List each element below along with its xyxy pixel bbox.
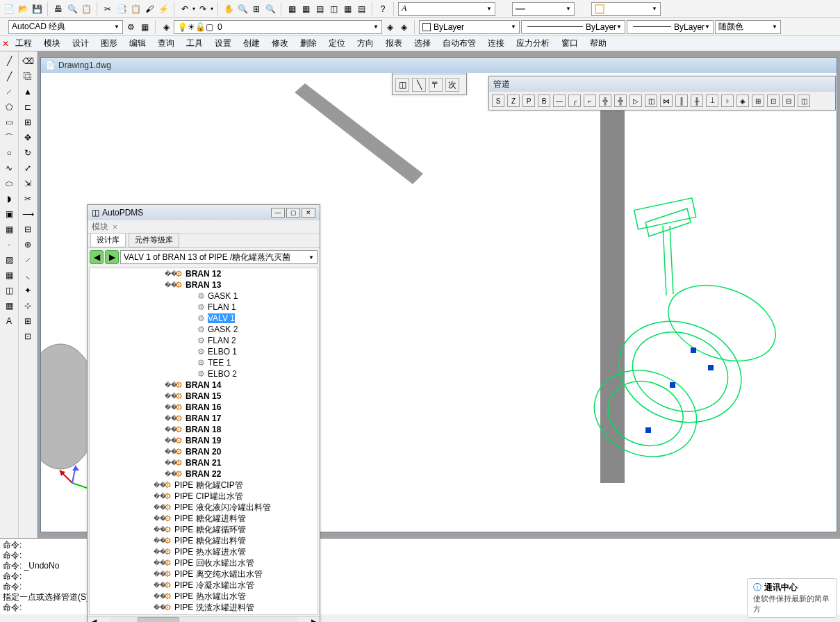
tree-expand-icon[interactable]: ��	[165, 426, 173, 433]
spline-tool-icon[interactable]: ∿	[2, 161, 16, 175]
open-icon[interactable]: 📂	[17, 3, 29, 15]
menu-自动布管[interactable]: 自动布管	[437, 36, 481, 51]
menu-报表[interactable]: 报表	[380, 36, 408, 51]
tree-row[interactable]: ��⚙BRAN 15	[90, 391, 318, 402]
table-icon[interactable]: ▦	[2, 299, 16, 313]
rect-tool-icon[interactable]: ▭	[2, 115, 16, 129]
cline-tool-icon[interactable]: ╱	[2, 69, 16, 83]
workspace-dropdown[interactable]: AutoCAD 经典 ▼	[8, 20, 123, 34]
tree-row[interactable]: ��⚙BRAN 12	[90, 268, 318, 279]
zoom-icon[interactable]: 🔍	[236, 3, 249, 15]
pipe-tool-13[interactable]: ⊞	[752, 95, 764, 107]
zoom-window-icon[interactable]: ⊞	[250, 3, 263, 15]
tree-expand-icon[interactable]: ��	[165, 382, 173, 388]
tree-row[interactable]: ⚙FLAN 1	[90, 302, 318, 313]
tree-row[interactable]: ��⚙BRAN 18	[90, 424, 318, 435]
tree-row[interactable]: ��⚙PIPE 离交纯水罐出水管	[90, 568, 318, 580]
props-icon[interactable]: ▦	[286, 3, 298, 15]
rotate-icon[interactable]: ↻	[21, 146, 35, 160]
tree-expand-icon[interactable]: ��	[154, 482, 162, 489]
tree-row[interactable]: ⚙GASK 1	[90, 290, 318, 302]
tree-expand-icon[interactable]: ��	[154, 571, 162, 578]
panel-btn-2[interactable]: ╲	[412, 78, 426, 92]
tree-expand-icon[interactable]: ��	[154, 537, 162, 544]
autopdms-titlebar[interactable]: ◫ AutoPDMS — ▢ ✕	[88, 205, 320, 220]
pipe-tool-5[interactable]: ▷	[629, 95, 642, 107]
menu-帮助[interactable]: 帮助	[584, 36, 612, 51]
tree-expand-icon[interactable]: ��	[154, 582, 162, 589]
tree-row[interactable]: ��⚙PIPE CIP罐出水管	[90, 491, 318, 502]
menu-设计[interactable]: 设计	[67, 36, 94, 51]
publish-icon[interactable]: 📋	[80, 3, 92, 15]
drawing-titlebar[interactable]: 📄 Drawing1.dwg	[41, 58, 837, 73]
tree-row[interactable]: ��⚙BRAN 13	[90, 279, 318, 290]
panel-btn-1[interactable]: ◫	[395, 78, 409, 92]
tree-expand-icon[interactable]: ��	[154, 559, 162, 566]
pipe-tool-16[interactable]: ◫	[798, 95, 810, 107]
nav-back-button[interactable]: ◀	[90, 250, 104, 264]
menu-设置[interactable]: 设置	[209, 36, 237, 51]
menu-模块[interactable]: 模块	[38, 36, 66, 51]
tree-row[interactable]: ��⚙PIPE 糖化罐循环管	[90, 524, 318, 535]
maximize-button[interactable]: ▢	[286, 208, 300, 218]
menu-删除[interactable]: 删除	[295, 36, 322, 51]
menu-修改[interactable]: 修改	[266, 36, 294, 51]
pipe-btn-Z[interactable]: Z	[507, 95, 520, 107]
snap3-icon[interactable]: ⊡	[21, 329, 35, 343]
snap2-icon[interactable]: ⊞	[21, 314, 35, 328]
dim-style-dropdown[interactable]: ▼	[591, 2, 661, 16]
pipe-tool-14[interactable]: ⊡	[767, 95, 780, 107]
tree-row[interactable]: ��⚙BRAN 14	[90, 379, 318, 391]
pipe-tool-8[interactable]: ║	[675, 95, 688, 107]
cut-icon[interactable]: ✂	[101, 3, 114, 15]
pipe-btn-B[interactable]: B	[538, 95, 550, 107]
pipe-panel-title[interactable]: 管道	[489, 76, 835, 92]
calc-icon[interactable]: ▤	[355, 3, 368, 15]
pipe-tool-3[interactable]: ╬	[599, 95, 611, 107]
minimize-button[interactable]: —	[271, 208, 285, 218]
zoom-prev-icon[interactable]: 🔍	[264, 3, 277, 15]
paste-icon[interactable]: 📋	[129, 3, 142, 15]
tree-expand-icon[interactable]: ��	[165, 459, 173, 466]
tree-expand-icon[interactable]: ��	[154, 604, 162, 611]
layer-state-icon[interactable]: ◈	[384, 21, 396, 33]
menu-定位[interactable]: 定位	[323, 36, 351, 51]
ws-settings-icon[interactable]: ▦	[138, 21, 151, 33]
menu-选择[interactable]: 选择	[409, 36, 436, 51]
pipe-tool-1[interactable]: ╭	[568, 95, 581, 107]
tree-row[interactable]: ��⚙PIPE 冷凝水罐出水管	[90, 580, 318, 591]
fillet-icon[interactable]: ◟	[21, 268, 35, 282]
snap1-icon[interactable]: ⊹	[21, 299, 35, 313]
panel-btn-4[interactable]: 次	[445, 78, 459, 92]
pipe-tool-2[interactable]: ⌐	[584, 95, 596, 107]
panel-btn-3[interactable]: 〒	[429, 78, 443, 92]
print-icon[interactable]: 🖶	[52, 3, 65, 15]
tree-expand-icon[interactable]: ��	[165, 270, 173, 277]
tree-expand-icon[interactable]: ��	[154, 526, 162, 533]
pipe-tool-12[interactable]: ◈	[736, 95, 749, 107]
pipe-tool-15[interactable]: ⊟	[782, 95, 795, 107]
linetype-dropdown[interactable]: ▼	[512, 2, 575, 16]
tree-row[interactable]: ⚙TEE 1	[90, 357, 318, 368]
menu-创建[interactable]: 创建	[238, 36, 265, 51]
ellipse-tool-icon[interactable]: ⬭	[2, 177, 16, 190]
circle-tool-icon[interactable]: ○	[2, 146, 16, 160]
module-tab-close[interactable]: ×	[113, 222, 117, 232]
pipe-tool-6[interactable]: ◫	[645, 95, 657, 107]
module-tab[interactable]: 模块	[92, 221, 108, 233]
new-file-icon[interactable]: 📄	[3, 3, 15, 15]
tree-expand-icon[interactable]: ��	[154, 493, 162, 500]
move-icon[interactable]: ✥	[21, 131, 35, 145]
tree-expand-icon[interactable]: ��	[165, 281, 173, 288]
tree-row[interactable]: ��⚙BRAN 21	[90, 457, 318, 468]
break-icon[interactable]: ⊟	[21, 222, 35, 236]
tree-row[interactable]: ��⚙BRAN 17	[90, 413, 318, 424]
pipe-btn-P[interactable]: P	[522, 95, 535, 107]
insert-block-icon[interactable]: ▣	[2, 207, 16, 221]
menu-编辑[interactable]: 编辑	[124, 36, 151, 51]
lineweight-dropdown[interactable]: ByLayer ▼	[627, 20, 714, 34]
tree-row[interactable]: ��⚙BRAN 20	[90, 446, 318, 457]
undo-icon[interactable]: ↶	[179, 3, 191, 15]
array-icon[interactable]: ⊞	[21, 115, 35, 129]
path-dropdown[interactable]: VALV 1 of BRAN 13 of PIPE /糖化罐蒸汽灭菌 ▼	[120, 250, 318, 264]
